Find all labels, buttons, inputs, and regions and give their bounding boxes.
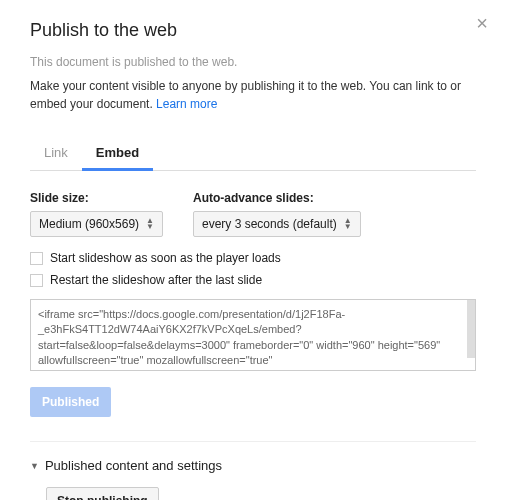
auto-advance-group: Auto-advance slides: every 3 seconds (de… [193,191,361,237]
close-icon[interactable]: × [476,12,488,35]
tab-link[interactable]: Link [30,137,82,170]
stop-publishing-button[interactable]: Stop publishing [46,487,159,500]
slide-size-value: Medium (960x569) [39,217,139,231]
expand-published-settings[interactable]: ▼ Published content and settings [30,458,476,473]
embed-code-textarea[interactable]: <iframe src="https://docs.google.com/pre… [30,299,476,371]
tab-embed[interactable]: Embed [82,137,153,171]
published-button[interactable]: Published [30,387,111,417]
learn-more-link[interactable]: Learn more [156,97,217,111]
publish-dialog: × Publish to the web This document is pu… [0,0,506,500]
slide-size-group: Slide size: Medium (960x569) ▲▼ [30,191,163,237]
chevron-down-icon: ▼ [30,461,39,471]
checkbox-label: Restart the slideshow after the last sli… [50,273,262,287]
auto-advance-label: Auto-advance slides: [193,191,361,205]
slide-size-select[interactable]: Medium (960x569) ▲▼ [30,211,163,237]
auto-advance-value: every 3 seconds (default) [202,217,337,231]
stepper-icon: ▲▼ [344,218,352,230]
checkbox-icon[interactable] [30,252,43,265]
divider [30,441,476,442]
checkbox-restart[interactable]: Restart the slideshow after the last sli… [30,273,476,287]
slide-size-label: Slide size: [30,191,163,205]
checkbox-start-on-load[interactable]: Start slideshow as soon as the player lo… [30,251,476,265]
dialog-description: Make your content visible to anyone by p… [30,77,476,113]
checkbox-label: Start slideshow as soon as the player lo… [50,251,281,265]
auto-advance-select[interactable]: every 3 seconds (default) ▲▼ [193,211,361,237]
description-text: Make your content visible to anyone by p… [30,79,461,111]
dialog-subtitle: This document is published to the web. [30,55,476,69]
stepper-icon: ▲▼ [146,218,154,230]
embed-code-text: <iframe src="https://docs.google.com/pre… [38,307,468,369]
tab-bar: Link Embed [30,137,476,171]
checkbox-icon[interactable] [30,274,43,287]
dialog-title: Publish to the web [30,20,476,41]
expand-label: Published content and settings [45,458,222,473]
